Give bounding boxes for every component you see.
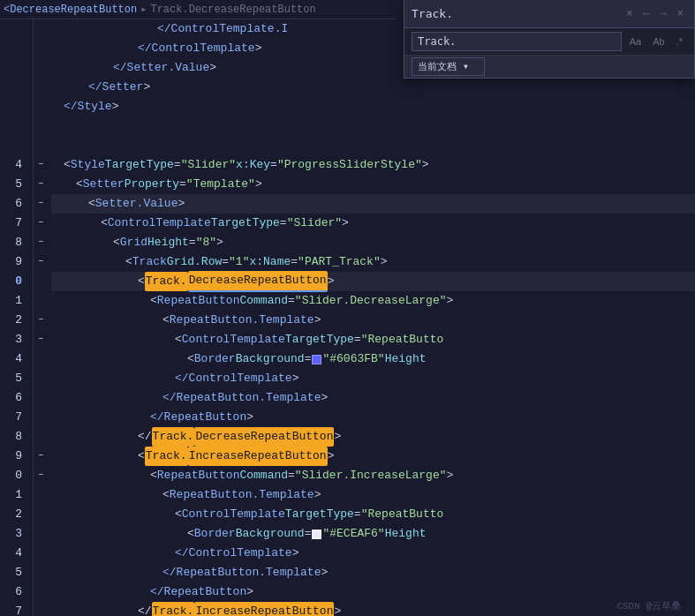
- code-line-15: <RepeatButton Command="Slider.DecreaseLa…: [51, 291, 695, 311]
- search-whole-word-btn[interactable]: Ab: [648, 34, 669, 49]
- line-num-29: 5: [0, 563, 27, 582]
- code-area: </ControlTemplate.I </ControlTemplate> <…: [48, 0, 695, 616]
- watermark-text: CSDN @云草桑: [616, 601, 681, 612]
- truncated-top-text: <DecreaseRepeatButton: [4, 4, 137, 16]
- line-num-17: 3: [0, 330, 27, 349]
- highlight-increase-open: IncreaseRepeatButton: [188, 447, 328, 466]
- color-box-6063fb: [312, 355, 321, 364]
- highlight-track-increase-close: Track.: [152, 602, 195, 616]
- code-line-6: [51, 116, 695, 136]
- code-line-20: </RepeatButton.Template>: [51, 388, 695, 408]
- code-line-4: </Setter>: [51, 78, 695, 97]
- scope-label: 当前文档: [418, 60, 457, 73]
- code-line-7: [51, 136, 695, 155]
- code-line-19: </ControlTemplate>: [51, 369, 695, 388]
- editor-container: <DecreaseRepeatButton ▸ Track.DecreaseRe…: [0, 0, 695, 616]
- highlight-decrease-open: DecreaseRepeatButton: [188, 271, 328, 292]
- highlight-track-close: Track.: [152, 427, 195, 447]
- fold-8[interactable]: −: [34, 155, 48, 175]
- line-num-21: 7: [0, 408, 27, 427]
- search-popup: Track. × ← → × Aa Ab .* 当前文档: [404, 0, 695, 79]
- top-hint-text: Track.DecreaseRepeatButton: [150, 4, 315, 16]
- line-num-8: 4: [0, 155, 27, 175]
- line-num-19: 5: [0, 369, 27, 388]
- search-input[interactable]: [412, 32, 622, 51]
- line-num-30: 6: [0, 582, 27, 602]
- search-header: Track. × ← → ×: [404, 0, 694, 28]
- code-line-17: <ControlTemplate TargetType="RepeatButto: [51, 330, 695, 349]
- search-bar: Aa Ab .*: [404, 28, 694, 56]
- line-num-18: 4: [0, 349, 27, 369]
- fold-2: [34, 39, 48, 58]
- search-options: Aa Ab .*: [625, 34, 687, 49]
- fold-24[interactable]: −: [34, 466, 48, 485]
- line-num-14: 0: [0, 272, 27, 291]
- highlight-track-open: Track.: [145, 272, 188, 291]
- code-line-29: </RepeatButton.Template>: [51, 563, 695, 582]
- fold-23[interactable]: −: [34, 447, 48, 466]
- line-num-24: 0: [0, 466, 27, 485]
- fold-12[interactable]: −: [34, 233, 48, 252]
- fold-9[interactable]: −: [34, 175, 48, 194]
- fold-10[interactable]: −: [34, 194, 48, 214]
- search-case-sensitive-btn[interactable]: Aa: [625, 34, 646, 49]
- fold-21: [34, 408, 48, 427]
- line-num-27: 3: [0, 524, 27, 544]
- line-num-31: 7: [0, 602, 27, 616]
- fold-3: [34, 58, 48, 78]
- fold-31: [34, 602, 48, 616]
- line-num-28: 4: [0, 544, 27, 563]
- code-line-18: <Border Background="#6063FB" Height: [51, 349, 695, 369]
- fold-29: [34, 563, 48, 582]
- line-num-22: 8: [0, 427, 27, 447]
- fold-5: [34, 97, 48, 116]
- line-num-9: 5: [0, 175, 27, 194]
- code-line-28: </ControlTemplate>: [51, 544, 695, 563]
- line-num-10: 6: [0, 194, 27, 214]
- fold-6: [34, 116, 48, 136]
- fold-13[interactable]: −: [34, 252, 48, 272]
- code-line-5: </Style>: [51, 97, 695, 116]
- line-num-26: 2: [0, 505, 27, 524]
- code-line-16: <RepeatButton.Template >: [51, 311, 695, 330]
- code-line-12: <Grid Height="8" >: [51, 233, 695, 252]
- line-num-11: 7: [0, 214, 27, 233]
- watermark: CSDN @云草桑: [616, 599, 681, 612]
- code-line-22: </Track.DecreaseRepeatButton>: [51, 427, 695, 447]
- code-line-11: <ControlTemplate TargetType="Slider" >: [51, 214, 695, 233]
- code-line-8: <Style TargetType="Slider" x:Key="Progre…: [51, 155, 695, 175]
- line-num-16: 2: [0, 311, 27, 330]
- fold-17[interactable]: −: [34, 330, 48, 349]
- fold-28: [34, 544, 48, 563]
- search-close-icon[interactable]: ×: [623, 6, 636, 22]
- code-line-25: <RepeatButton.Template >: [51, 485, 695, 505]
- fold-19: [34, 369, 48, 388]
- line-num-7: [0, 136, 27, 155]
- search-expand-icon[interactable]: ×: [674, 6, 687, 22]
- line-num-5: [0, 97, 27, 116]
- code-line-14: <Track.DecreaseRepeatButton>: [51, 272, 695, 291]
- top-hint: <DecreaseRepeatButton ▸ Track.DecreaseRe…: [0, 0, 395, 19]
- search-header-icons: × ← → ×: [623, 6, 687, 22]
- search-arrow-left-icon[interactable]: ←: [639, 6, 653, 22]
- search-arrow-right-icon[interactable]: →: [657, 6, 670, 22]
- search-title: Track.: [412, 7, 623, 20]
- line-num-25: 1: [0, 485, 27, 505]
- line-num-23: 9: [0, 447, 27, 466]
- fold-16[interactable]: −: [34, 311, 48, 330]
- fold-gutter: − − − − − − − − − −: [34, 0, 48, 616]
- fold-25: [34, 485, 48, 505]
- highlight-decrease-close: DecreaseRepeatButton: [194, 427, 334, 447]
- fold-4: [34, 78, 48, 97]
- search-regex-btn[interactable]: .*: [672, 34, 687, 49]
- line-num-4: [0, 78, 27, 97]
- line-num-6: [0, 116, 27, 136]
- line-num-1: [0, 19, 27, 39]
- fold-20: [34, 388, 48, 408]
- fold-26: [34, 505, 48, 524]
- fold-11[interactable]: −: [34, 214, 48, 233]
- color-box-eceaf6: [312, 530, 321, 539]
- fold-27: [34, 524, 48, 544]
- scope-dropdown[interactable]: 当前文档: [412, 57, 485, 76]
- fold-1: [34, 19, 48, 39]
